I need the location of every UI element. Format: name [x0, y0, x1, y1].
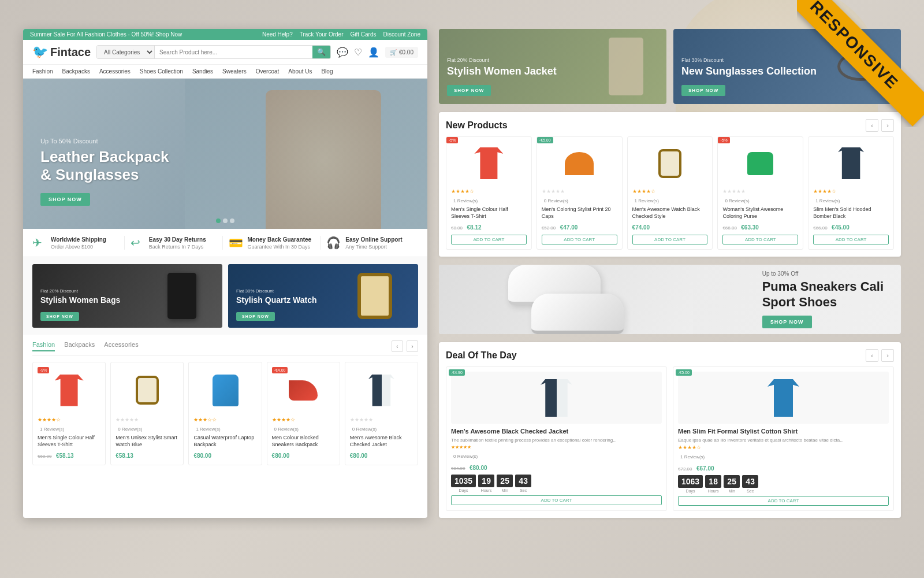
hero-cta[interactable]: SHOP NOW: [40, 193, 90, 206]
deal-1-name: Men's Awesome Black Checked Jacket: [451, 427, 662, 435]
deal-next[interactable]: ›: [881, 349, 894, 362]
promo-2-cta[interactable]: SHOP NOW: [681, 85, 725, 96]
cart-button[interactable]: 🛒 €0.00: [385, 47, 418, 58]
tab-product-5: ★★★★★ 0 Review(s) Men's Awesome Black Ch…: [345, 362, 418, 465]
banner-1-title: Stylish Women Bags: [40, 295, 120, 305]
tab-product-1-name: Men's Single Colour Half Sleeves T-Shirt: [38, 435, 100, 448]
sneaker-2: [531, 294, 624, 334]
deal-2-add-cart[interactable]: ADD TO CART: [678, 496, 889, 506]
topbar-links: Need Help? Track Your Order Gift Cards D…: [262, 31, 420, 38]
countdown-secs: 43 Sec: [515, 475, 531, 492]
tab-fashion[interactable]: Fashion: [32, 341, 55, 351]
feature-returns: ↩ Easy 30 Day Returns Back Returns In 7 …: [125, 236, 223, 250]
np2-reviews: 0 Review(s): [544, 198, 568, 203]
sneakers-cta[interactable]: SHOP NOW: [762, 316, 812, 328]
countdown-hours: 19 Hours: [478, 475, 494, 492]
deal-prev[interactable]: ‹: [866, 349, 878, 362]
np3-image: [658, 149, 681, 178]
np4-price: €63.30: [741, 224, 759, 231]
hero-dot-3[interactable]: [230, 218, 234, 223]
nav-shoes[interactable]: Shoes Collection: [140, 68, 183, 75]
topbar-help[interactable]: Need Help?: [262, 31, 293, 38]
feature-guarantee: 💳 Money Back Guarantee Guarantee With In…: [223, 236, 321, 250]
tabs-prev-btn[interactable]: ‹: [392, 340, 403, 352]
np2-add-cart[interactable]: ADD TO CART: [542, 235, 617, 244]
banner-1-cta[interactable]: SHOP NOW: [40, 312, 79, 321]
countdown-secs-num: 43: [515, 475, 531, 487]
nav-sandies[interactable]: Sandies: [192, 68, 213, 75]
backpack-blue-icon: [213, 375, 239, 406]
deal-1: -€4.90 Men's Awesome Black Checked Jacke…: [446, 366, 667, 510]
tab-product-2-img: [116, 367, 178, 413]
topbar-discount[interactable]: Discount Zone: [383, 31, 420, 38]
hero-dot-1[interactable]: [216, 218, 221, 223]
tabs-section: Fashion Backpacks Accessories ‹ › -9% ★★…: [23, 335, 427, 471]
header: 🐦 Fintace All Categories 🔍 💬 ♡ 👤 🛒 €0.00: [23, 40, 427, 65]
account-icon[interactable]: 👤: [368, 47, 379, 58]
wishlist-icon[interactable]: ♡: [354, 47, 362, 58]
tab-product-1-reviews: 1 Review(s): [40, 427, 64, 432]
sneakers-title: Puma Sneakers CaliSport Shoes: [762, 279, 884, 310]
hero-title: Leather Backpack& Sunglasses: [40, 148, 169, 184]
hero-bag-decoration: [266, 90, 381, 229]
nav-overcoat[interactable]: Overcoat: [256, 68, 280, 75]
np1-stars: ★★★★☆: [451, 188, 527, 194]
nav-fashion[interactable]: Fashion: [32, 68, 53, 75]
logo[interactable]: 🐦 Fintace: [32, 45, 91, 60]
promo-1-content: Flat 20% Discount Stylish Women Jacket S…: [447, 57, 557, 96]
tab-product-3-price: €80.00: [193, 453, 211, 459]
nav-accessories[interactable]: Accessories: [99, 68, 131, 75]
tab-product-4-stars: ★★★★☆: [272, 417, 335, 423]
support-title: Easy Online Support: [345, 236, 402, 243]
nav-backpacks[interactable]: Backpacks: [62, 68, 90, 75]
nav-sweaters[interactable]: Sweaters: [222, 68, 247, 75]
promo-1-subtitle: Flat 20% Discount: [447, 57, 557, 63]
countdown-2-secs-label: Sec: [742, 489, 758, 493]
new-products-section: New Products ‹ › -5% ★★★★☆ 1 Review(s) M…: [439, 112, 901, 257]
banner-2-cta[interactable]: SHOP NOW: [236, 312, 275, 321]
deal-1-countdown: 1035 Days 19 Hours 25 Min 43: [451, 475, 662, 492]
responsive-badge-text: RESPONSIVE: [797, 0, 924, 127]
np5-add-cart[interactable]: ADD TO CART: [813, 235, 889, 244]
banner-1-subtitle: Flat 20% Discount: [40, 288, 120, 294]
hero-dots: [216, 218, 234, 223]
countdown-mins: 25 Min: [497, 475, 513, 492]
responsive-badge-container: RESPONSIVE: [797, 0, 924, 127]
search-input[interactable]: [155, 46, 312, 58]
tab-accessories[interactable]: Accessories: [104, 341, 138, 351]
hero-subtitle: Up To 50% Discount: [40, 138, 169, 144]
tab-product-3-stars: ★★★☆☆: [193, 417, 256, 423]
banner-2-content: Flat 30% Discount Stylish Quartz Watch S…: [236, 288, 317, 321]
hero-dot-2[interactable]: [223, 218, 228, 223]
countdown-mins-num: 25: [497, 475, 513, 487]
deal-2-img: -€5.00: [678, 372, 889, 424]
category-select[interactable]: All Categories: [97, 46, 155, 58]
countdown-2-secs: 43 Sec: [742, 475, 758, 493]
np4-badge: -5%: [718, 137, 729, 143]
nav-blog[interactable]: Blog: [321, 68, 333, 75]
banner-2-title: Stylish Quartz Watch: [236, 295, 317, 305]
np3-add-cart[interactable]: ADD TO CART: [632, 235, 708, 244]
tabs-next-btn[interactable]: ›: [407, 340, 418, 352]
topbar-track[interactable]: Track Your Order: [300, 31, 344, 38]
deal-1-add-cart[interactable]: ADD TO CART: [451, 495, 662, 505]
np3-name: Men's Awesome Watch Black Checked Style: [632, 206, 708, 220]
countdown-days-num: 1035: [451, 475, 476, 487]
np1-add-cart[interactable]: ADD TO CART: [451, 235, 527, 244]
np4-add-cart[interactable]: ADD TO CART: [722, 235, 798, 244]
chat-icon[interactable]: 💬: [337, 47, 348, 58]
tab-backpacks[interactable]: Backpacks: [64, 341, 95, 351]
tab-product-4-price: €80.00: [272, 453, 290, 459]
tab-product-1-stars: ★★★★☆: [38, 417, 100, 423]
topbar-gift[interactable]: Gift Cards: [351, 31, 377, 38]
promo-1-cta[interactable]: SHOP NOW: [447, 85, 491, 96]
features-bar: ✈ Worldwide Shipping Order Above $100 ↩ …: [23, 229, 427, 257]
deal-section: Deal Of The Day ‹ › -€4.90 Men's Awesome…: [439, 342, 901, 517]
deal-2-stars: ★★★★☆: [678, 444, 889, 450]
search-button[interactable]: 🔍: [312, 46, 330, 58]
tab-product-5-img: [350, 367, 413, 413]
tab-product-1-price: €58.13: [56, 453, 74, 459]
deal-2-name: Men Slim Fit Formal Stylist Cotton Shirt: [678, 427, 889, 435]
countdown-days-label: Days: [451, 488, 476, 492]
nav-about[interactable]: About Us: [288, 68, 312, 75]
